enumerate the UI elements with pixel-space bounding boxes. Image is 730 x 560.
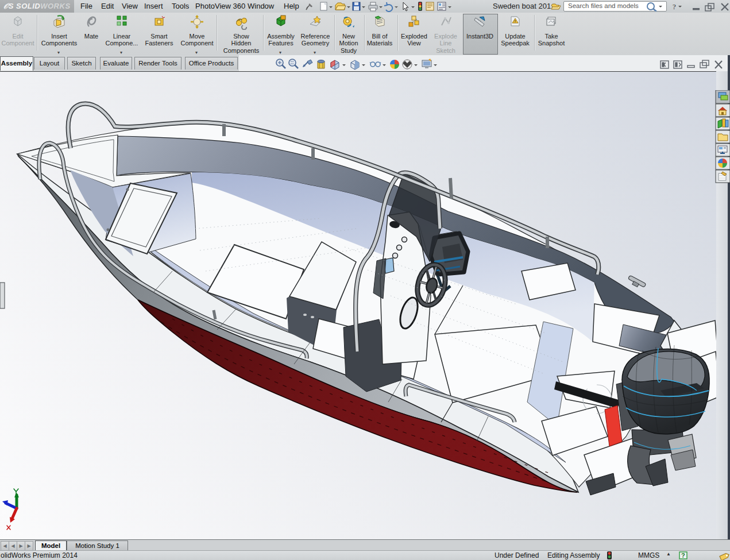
svg-text:?: ? [673,2,676,11]
svg-text:?: ? [681,552,685,559]
